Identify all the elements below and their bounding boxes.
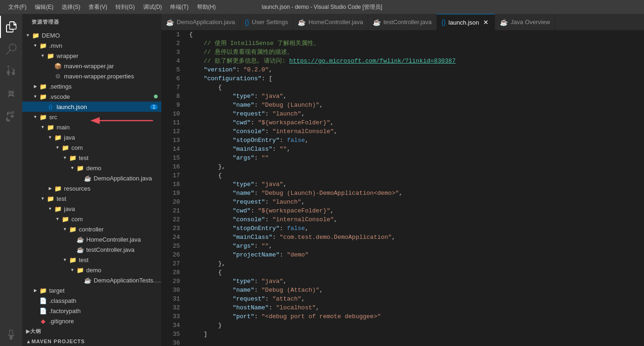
tab-file-icon: {} <box>441 19 446 26</box>
code-line: "port": "<debug port of remote debuggee>… <box>189 312 644 321</box>
source-control-activity-icon[interactable] <box>0 60 22 83</box>
folder-icon: 📁 <box>54 185 62 192</box>
tree-label: test <box>57 195 66 202</box>
tree-item-com[interactable]: ▼📁com <box>22 142 161 153</box>
file-icon: ☕ <box>83 175 92 182</box>
tree-label: main <box>57 124 70 131</box>
search-activity-icon[interactable] <box>0 38 22 60</box>
menu-bar[interactable]: 文件(F) 编辑(E) 选择(S) 查看(V) 转到(G) 调试(D) 终端(T… <box>5 2 219 12</box>
tree-item-main[interactable]: ▼📁main <box>22 122 161 132</box>
code-area[interactable]: { // 使用 IntelliSense 了解相关属性。 // 悬停以查看现有属… <box>185 30 644 346</box>
tab-label: HomeController.java <box>308 19 363 26</box>
line-number: 33 <box>161 312 180 321</box>
menu-debug[interactable]: 调试(D) <box>140 2 166 12</box>
tree-arrow: ▼ <box>32 94 39 99</box>
tree-item-demo-root[interactable]: ▼📁DEMO <box>22 30 161 40</box>
tree-item-vscode[interactable]: ▼📁.vscode <box>22 91 161 102</box>
extensions-activity-icon[interactable] <box>0 105 22 127</box>
tree-label: test <box>79 154 89 161</box>
menu-edit[interactable]: 编辑(E) <box>31 2 57 12</box>
tab-label: Java Overview <box>510 19 550 26</box>
file-icon: ⚙ <box>54 73 62 80</box>
tree-arrow: ▼ <box>32 43 39 48</box>
tab-HomeController[interactable]: ☕HomeController.java <box>293 14 368 30</box>
line-number: 11 <box>161 118 180 127</box>
tree-item-controller[interactable]: ▼📁controller <box>22 224 161 234</box>
explorer-activity-icon[interactable] <box>0 16 22 38</box>
main-layout: 资源管理器 ▼📁DEMO▼📁.mvn▼📁wrapper📦maven-wrappe… <box>0 14 644 346</box>
outline-section[interactable]: ▶ 大纲 <box>22 326 161 336</box>
tree-item-resources[interactable]: ▶📁resources <box>22 183 161 193</box>
tree-item-demo[interactable]: ▼📁demo <box>22 163 161 173</box>
code-line: "version": "0.2.0", <box>189 65 644 74</box>
menu-file[interactable]: 文件(F) <box>5 2 30 12</box>
tree-item-mvn[interactable]: ▼📁.mvn <box>22 40 161 51</box>
tree-item-factorypath[interactable]: 📄.factorypath <box>22 306 161 316</box>
tab-close-button[interactable]: ✕ <box>482 18 490 26</box>
tree-item-DemoAppTests[interactable]: ☕DemoApplicationTests.java <box>22 275 161 285</box>
debug-activity-icon[interactable] <box>0 83 22 105</box>
line-number: 12 <box>161 127 180 136</box>
tree-item-launch-json[interactable]: {}launch.json1 <box>22 102 161 112</box>
tree-item-java2[interactable]: ▼📁java <box>22 204 161 214</box>
tree-label: DEMO <box>42 32 60 39</box>
line-number: 21 <box>161 206 180 215</box>
tree-item-test[interactable]: ▼📁test <box>22 153 161 163</box>
tree-arrow: ▼ <box>46 135 54 140</box>
tree-item-test2[interactable]: ▼📁test <box>22 255 161 265</box>
tab-DemoApplication[interactable]: ☕DemoApplication.java <box>161 14 240 30</box>
folder-icon: 📁 <box>69 226 77 233</box>
tree-item-java[interactable]: ▼📁java <box>22 132 161 142</box>
folder-icon: 📁 <box>46 124 55 131</box>
tree-item-testController[interactable]: ☕testController.java <box>22 244 161 255</box>
tab-UserSettings[interactable]: {}User Settings <box>240 14 293 30</box>
tree-item-src[interactable]: ▼📁src <box>22 112 161 122</box>
tree-item-maven-wrapper-props[interactable]: ⚙maven-wrapper.properties <box>22 71 161 81</box>
tree-arrow: ▼ <box>69 268 76 272</box>
line-number: 25 <box>161 242 180 250</box>
code-line: "type": "java", <box>189 277 644 286</box>
tab-testController[interactable]: ☕testController.java <box>368 14 437 30</box>
tree-dot <box>154 95 158 98</box>
tree-item-demo2[interactable]: ▼📁demo <box>22 265 161 275</box>
tree-item-wrapper[interactable]: ▼📁wrapper <box>22 51 161 61</box>
tree-item-DemoApplication[interactable]: ☕DemoApplication.java <box>22 173 161 183</box>
tree-label: com <box>71 216 83 223</box>
tree-item-test-folder[interactable]: ▼📁test <box>22 193 161 204</box>
folder-icon: 📁 <box>39 287 47 294</box>
menu-help[interactable]: 帮助(H) <box>193 2 220 12</box>
maven-section[interactable]: ▲ MAVEN PROJECTS <box>22 336 161 346</box>
tree-arrow: ▶ <box>32 288 39 293</box>
tree-label: controller <box>79 226 103 233</box>
tree-arrow: ▼ <box>39 125 46 129</box>
tab-launchJson[interactable]: {}launch.json✕ <box>437 14 495 30</box>
tree-label: launch.json <box>57 103 87 110</box>
test-activity-icon[interactable] <box>0 324 22 346</box>
folder-icon: 📁 <box>76 267 84 274</box>
tab-file-icon: {} <box>245 19 249 26</box>
tree-item-com2[interactable]: ▼📁com <box>22 214 161 224</box>
code-line: "cwd": "${workspaceFolder}", <box>189 206 644 215</box>
tree-item-settings[interactable]: ▶📁.settings <box>22 81 161 91</box>
tree-label: com <box>71 144 83 151</box>
tab-JavaOverview[interactable]: ☕Java Overview <box>495 14 555 30</box>
code-line: "request": "launch", <box>189 109 644 118</box>
folder-icon: 📁 <box>61 144 70 151</box>
tree-item-gitignore[interactable]: ◆.gitignore <box>22 316 161 326</box>
folder-icon: 📁 <box>39 93 47 100</box>
tree-item-target[interactable]: ▶📁target <box>22 285 161 295</box>
tree-item-maven-wrapper-jar[interactable]: 📦maven-wrapper.jar <box>22 61 161 71</box>
menu-select[interactable]: 选择(S) <box>58 2 84 12</box>
tab-label: testController.java <box>383 19 432 26</box>
code-line: "cwd": "${workspaceFolder}", <box>189 118 644 127</box>
menu-goto[interactable]: 转到(G) <box>112 2 138 12</box>
folder-icon: 📁 <box>32 32 40 39</box>
menu-terminal[interactable]: 终端(T) <box>166 2 192 12</box>
tree-item-HomeController[interactable]: ☕HomeController.java <box>22 234 161 244</box>
tree-arrow: ▼ <box>24 33 32 38</box>
menu-view[interactable]: 查看(V) <box>85 2 111 12</box>
tree-label: wrapper <box>57 52 78 59</box>
line-number: 17 <box>161 171 180 180</box>
tree-item-classpath[interactable]: 📄.classpath <box>22 295 161 306</box>
file-icon: ☕ <box>76 246 84 253</box>
